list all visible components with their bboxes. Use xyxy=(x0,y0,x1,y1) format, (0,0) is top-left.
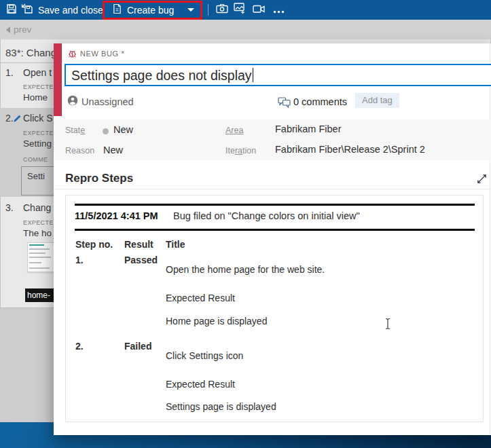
reason-label: Reason xyxy=(65,146,94,155)
thumbnail-line xyxy=(29,253,46,254)
step2-comment-label: COMME xyxy=(23,156,48,163)
row2-step-no: 2. xyxy=(75,341,84,352)
screenshot-button[interactable] xyxy=(216,0,228,20)
step2-action[interactable]: Click S xyxy=(23,113,53,124)
text-caret xyxy=(253,68,254,82)
section-divider xyxy=(54,189,491,189)
row1-title: Open the home page for the web site. xyxy=(166,264,325,275)
test-runner-screen: Save and close Create bug xyxy=(0,0,491,448)
save-and-close-label: Save and close xyxy=(38,5,103,16)
bug-filed-time: 11/5/2021 4:41 PM xyxy=(75,210,158,221)
row2-title: Click Settings icon xyxy=(166,350,243,361)
video-camera-icon xyxy=(253,4,265,16)
comments-count-link[interactable]: 0 comments xyxy=(293,96,347,107)
step-nav-bar: prev xyxy=(0,20,491,39)
capture-image-button[interactable] xyxy=(234,0,246,20)
edit-pencil-icon[interactable] xyxy=(13,113,22,126)
ellipsis-icon xyxy=(273,4,285,16)
step2-expected-label: EXPECTE xyxy=(23,130,54,136)
column-result: Result xyxy=(124,239,153,250)
thumbnail-line xyxy=(29,262,41,263)
image-capture-icon xyxy=(234,3,246,17)
work-item-type-label: NEW BUG * xyxy=(80,50,124,58)
document-icon xyxy=(113,3,122,17)
row1-result-badge: Passed xyxy=(124,255,158,265)
row1-expected-label: Expected Result xyxy=(166,293,235,303)
annotation-stripe xyxy=(54,43,62,116)
state-dot-icon xyxy=(103,128,109,134)
prev-arrow-icon xyxy=(6,26,10,33)
save-and-close-icon xyxy=(21,3,33,17)
create-bug-button[interactable]: Create bug xyxy=(113,0,174,20)
thumbnail-line xyxy=(29,248,50,250)
column-step-no: Step no. xyxy=(75,239,113,250)
rule-line xyxy=(75,229,475,231)
row1-step-no: 1. xyxy=(75,255,84,265)
screen-recording-button[interactable] xyxy=(253,0,265,20)
add-tag-button[interactable]: Add tag xyxy=(355,93,399,108)
step1-action[interactable]: Open t xyxy=(23,67,52,78)
reason-value[interactable]: New xyxy=(103,145,123,155)
step2-expected-text: Setting xyxy=(23,138,52,149)
state-label: State xyxy=(65,126,85,135)
panel-lower-area xyxy=(0,308,54,422)
bug-title-input[interactable]: Settings page does not display xyxy=(65,64,491,86)
row2-expected-text: Settings page is displayed xyxy=(166,401,276,412)
thumbnail-accent xyxy=(29,244,44,246)
repro-steps-heading: Repro Steps xyxy=(65,172,133,185)
save-and-close-button[interactable]: Save and close xyxy=(21,0,103,20)
toolbar: Save and close Create bug xyxy=(0,0,491,20)
divider xyxy=(0,62,54,63)
expand-icon[interactable] xyxy=(477,174,487,187)
step2-number: 2. xyxy=(5,113,14,124)
step1-expected-text: Home xyxy=(23,92,48,102)
toolbar-divider xyxy=(208,4,208,16)
step3-number: 3. xyxy=(5,202,14,213)
comments-icon xyxy=(278,97,291,111)
area-value[interactable]: Fabrikam Fiber xyxy=(275,124,342,134)
assignee-avatar-icon[interactable] xyxy=(67,95,78,109)
camera-icon xyxy=(216,3,228,16)
test-case-title: 83*: Chang xyxy=(5,47,56,58)
more-actions-button[interactable] xyxy=(273,0,285,20)
thumbnail-line xyxy=(29,257,51,258)
save-icon xyxy=(6,3,17,17)
iteration-label: Iteration xyxy=(225,146,256,155)
fields-panel: State New Reason New Area Fabrikam Fiber… xyxy=(54,119,491,160)
area-label: Area xyxy=(225,126,243,135)
text-cursor-icon xyxy=(384,318,391,333)
iteration-value[interactable]: Fabrikam Fiber\Release 2\Sprint 2 xyxy=(275,144,425,155)
step2-comment-text: Setti xyxy=(27,171,45,181)
create-bug-label: Create bug xyxy=(127,5,174,16)
bug-filed-text: Bug filed on "Change colors on initial v… xyxy=(173,210,360,221)
step1-expected-label: EXPECTE xyxy=(23,83,54,90)
chevron-down-icon xyxy=(187,8,194,12)
attachment-thumbnail[interactable] xyxy=(27,242,54,272)
bug-title-text: Settings page does not display xyxy=(71,68,252,83)
step3-expected-text: The ho xyxy=(23,228,52,238)
thumbnail-line xyxy=(29,267,50,269)
assignee-field[interactable]: Unassigned xyxy=(81,96,134,107)
prev-step-button[interactable]: prev xyxy=(6,24,31,35)
save-button[interactable] xyxy=(6,0,17,20)
dialog-edge-line xyxy=(490,43,490,435)
row2-expected-label: Expected Result xyxy=(166,379,235,390)
state-value[interactable]: New xyxy=(113,124,133,135)
step3-expected-label: EXPECTE xyxy=(23,219,54,226)
step3-action[interactable]: Chang xyxy=(23,202,51,213)
column-title: Title xyxy=(166,239,185,250)
attachment-filename-tag[interactable]: home- xyxy=(25,288,54,302)
repro-steps-editor[interactable]: 11/5/2021 4:41 PM Bug filed on "Change c… xyxy=(65,195,484,422)
new-bug-dialog: NEW BUG * Settings page does not display… xyxy=(54,43,491,435)
prev-label: prev xyxy=(14,24,31,35)
step1-number: 1. xyxy=(5,67,14,78)
create-bug-dropdown[interactable] xyxy=(187,0,194,20)
row1-expected-text: Home page is displayed xyxy=(166,316,267,326)
bug-icon xyxy=(68,49,77,61)
rule-line xyxy=(75,204,475,206)
row2-result-badge: Failed xyxy=(124,341,151,352)
